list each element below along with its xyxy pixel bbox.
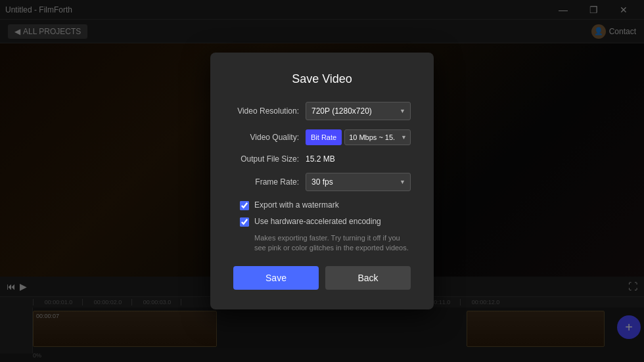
quality-label: Video Quality: [233,133,299,142]
quality-select-wrapper: 10 Mbps ~ 15.2 MB [Standard] 20 Mbps ~ 3… [344,129,411,145]
output-size-label: Output File Size: [233,154,299,164]
framerate-select[interactable]: 24 fps 25 fps 30 fps 60 fps [306,173,411,191]
output-size-row: Output File Size: 15.2 MB [233,154,411,164]
quality-select[interactable]: 10 Mbps ~ 15.2 MB [Standard] 20 Mbps ~ 3… [344,129,411,145]
watermark-row: Export with a watermark [233,200,411,210]
resolution-select-wrapper: 360P (640x360) 480P (854x480) 720P (1280… [306,102,411,120]
resolution-row: Video Resolution: 360P (640x360) 480P (8… [233,102,411,120]
resolution-select[interactable]: 360P (640x360) 480P (854x480) 720P (1280… [306,102,411,120]
framerate-select-wrapper: 24 fps 25 fps 30 fps 60 fps [306,173,411,191]
resolution-label: Video Resolution: [233,106,299,116]
framerate-row: Frame Rate: 24 fps 25 fps 30 fps 60 fps [233,173,411,191]
back-button[interactable]: Back [325,266,411,290]
hardware-label[interactable]: Use hardware-accelerated encoding [254,217,381,226]
save-button[interactable]: Save [233,266,319,290]
hardware-checkbox[interactable] [240,217,249,227]
hint-text: Makes exporting faster. Try turning it o… [233,233,411,254]
quality-row: Video Quality: Bit Rate 10 Mbps ~ 15.2 M… [233,129,411,145]
save-video-modal: Save Video Video Resolution: 360P (640x3… [210,53,434,310]
modal-title: Save Video [233,72,411,86]
modal-buttons: Save Back [233,266,411,290]
framerate-label: Frame Rate: [233,177,299,187]
output-size-value: 15.2 MB [306,154,335,164]
modal-overlay: Save Video Video Resolution: 360P (640x3… [0,0,644,362]
quality-controls: Bit Rate 10 Mbps ~ 15.2 MB [Standard] 20… [306,129,411,145]
watermark-label[interactable]: Export with a watermark [254,200,339,210]
bitrate-button[interactable]: Bit Rate [306,129,342,145]
watermark-checkbox[interactable] [240,201,249,210]
hardware-row: Use hardware-accelerated encoding [233,217,411,227]
